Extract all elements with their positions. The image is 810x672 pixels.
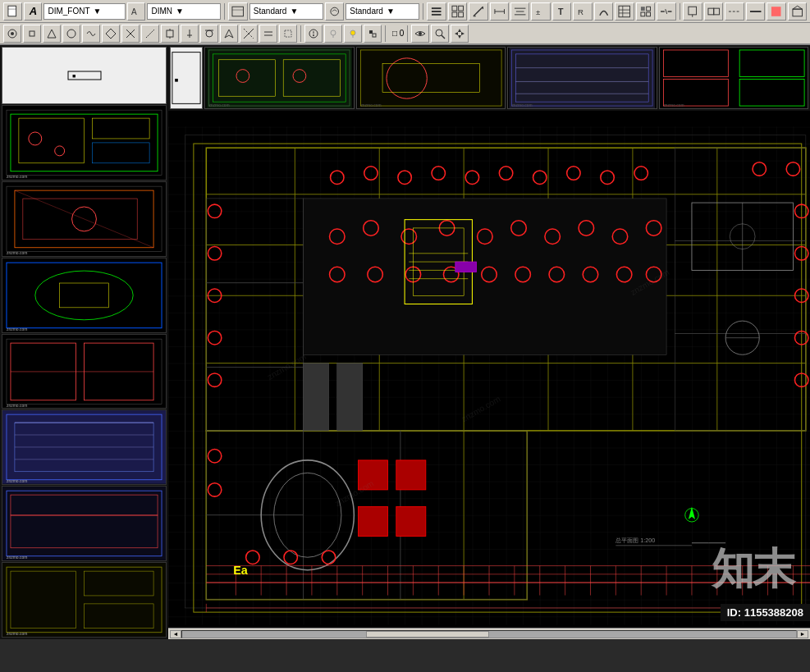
top-thumb-2[interactable]: znzmo.com (356, 47, 506, 109)
parallel-icon[interactable] (259, 25, 277, 43)
svg-rect-174 (304, 199, 666, 354)
svg-text:T: T (558, 6, 564, 16)
top-thumb-3[interactable]: znzmo.com (507, 47, 657, 109)
color-icon[interactable] (767, 2, 785, 21)
insert-icon[interactable] (683, 2, 702, 21)
box-snap-icon[interactable] (364, 25, 382, 43)
radius-icon[interactable]: R (573, 2, 592, 21)
svg-text:znzmo.com: znzmo.com (663, 103, 684, 107)
arc-icon[interactable] (594, 2, 613, 21)
left-thumb-2[interactable]: znzmo.com (2, 181, 167, 257)
standard1-dropdown[interactable]: Standard ▼ (249, 3, 323, 20)
quad-icon[interactable] (102, 25, 120, 43)
left-thumb-0[interactable]: ■ (2, 47, 167, 104)
svg-point-68 (313, 34, 314, 36)
break-icon[interactable] (657, 2, 675, 21)
toolbar-row2: □ 0 (0, 23, 810, 44)
dimension-icon[interactable] (490, 2, 509, 21)
insert2-icon[interactable] (161, 25, 179, 43)
svg-text:znzmo.com: znzmo.com (7, 403, 27, 407)
endpoint-icon[interactable] (23, 25, 41, 43)
top-thumb-4[interactable]: znzmo.com (659, 47, 809, 109)
svg-rect-39 (714, 8, 720, 15)
view-icon[interactable] (411, 25, 429, 43)
standard2-label: Standard (350, 7, 383, 16)
left-thumb-1[interactable]: znzmo.com (2, 105, 167, 181)
font-name-dropdown[interactable]: DIM_FONT ▼ (43, 3, 126, 20)
svg-rect-32 (646, 11, 650, 16)
scroll-left-btn[interactable]: ◄ (170, 630, 181, 638)
zoom-icon[interactable] (431, 25, 449, 43)
align-icon[interactable] (510, 2, 529, 21)
grid-icon[interactable] (448, 2, 467, 21)
scale-text: 总平面图 1:200 (615, 537, 655, 544)
font-size-icon[interactable]: A (127, 2, 145, 21)
left-thumb-3[interactable]: znzmo.com (2, 258, 167, 333)
left-thumb-7[interactable]: znzmo.com (2, 562, 167, 638)
tangent-icon[interactable] (200, 25, 218, 43)
svg-rect-73 (369, 30, 373, 34)
block-icon[interactable] (704, 2, 723, 21)
svg-text:znzmo.com: znzmo.com (7, 251, 27, 255)
svg-text:znzmo.com: znzmo.com (7, 175, 27, 179)
brand-overlay: 知末 (712, 541, 794, 598)
style-name-label: DIMN (151, 7, 172, 16)
standard-icon2[interactable] (325, 2, 344, 21)
scroll-thumb[interactable] (366, 631, 489, 638)
table-icon[interactable] (615, 2, 634, 21)
light-icon[interactable] (324, 25, 342, 43)
svg-marker-81 (461, 32, 464, 35)
svg-marker-78 (458, 29, 461, 32)
cad-area[interactable]: ■ znzmo.com (168, 45, 810, 639)
measure-icon[interactable] (469, 2, 487, 21)
svg-text:■: ■ (175, 76, 179, 84)
toolbar-sep1 (224, 3, 225, 20)
left-thumb-4[interactable]: znzmo.com (2, 334, 167, 409)
svg-text:Ea: Ea (233, 564, 249, 577)
node-icon[interactable] (82, 25, 100, 43)
svg-rect-140 (358, 48, 504, 108)
pan-icon[interactable] (451, 25, 469, 43)
snap-settings-icon[interactable] (304, 25, 323, 43)
midpoint-icon[interactable] (43, 25, 61, 43)
scroll-right-btn[interactable]: ► (797, 630, 808, 638)
plot-icon[interactable] (788, 2, 807, 21)
table2-icon[interactable] (636, 2, 655, 21)
left-thumb-5[interactable]: znzmo.com (2, 409, 167, 485)
toolbar-sep4 (300, 25, 301, 42)
text-icon[interactable]: T (552, 2, 571, 21)
svg-rect-264 (304, 363, 329, 431)
new-button[interactable] (3, 2, 22, 21)
perpendicular-icon[interactable] (181, 25, 199, 43)
snap-icon[interactable] (3, 25, 21, 43)
svg-rect-190 (396, 506, 426, 536)
lineweight-icon[interactable] (746, 2, 765, 21)
snap-off-icon[interactable] (279, 25, 297, 43)
standard2-dropdown[interactable]: Standard ▼ (346, 3, 419, 20)
font-a-icon: A (30, 5, 37, 17)
left-thumb-6[interactable]: znzmo.com (2, 486, 167, 561)
font-style-button[interactable]: A (24, 2, 42, 21)
standard-icon1[interactable] (228, 2, 247, 21)
horizontal-scrollbar[interactable]: ◄ ► (168, 628, 810, 639)
top-thumb-small[interactable]: ■ (170, 47, 203, 109)
center-icon[interactable] (62, 25, 80, 43)
nearest-icon[interactable] (220, 25, 238, 43)
intersect-icon[interactable] (121, 25, 140, 43)
svg-text:znzmo.com: znzmo.com (7, 327, 27, 331)
scroll-track[interactable] (181, 630, 797, 638)
apparent-icon[interactable] (240, 25, 258, 43)
style-name-dropdown[interactable]: DIMN ▼ (147, 3, 221, 20)
light2-icon[interactable] (344, 25, 362, 43)
svg-rect-47 (30, 31, 34, 36)
svg-rect-145 (509, 48, 655, 108)
linetype-icon[interactable] (725, 2, 744, 21)
standard1-arrow: ▼ (290, 7, 298, 16)
top-thumb-1[interactable]: znzmo.com (204, 47, 355, 109)
svg-rect-74 (373, 34, 376, 37)
svg-rect-265 (337, 363, 363, 431)
layers-icon[interactable] (427, 2, 446, 21)
svg-point-75 (419, 32, 422, 35)
extension-icon[interactable] (141, 25, 159, 43)
sym-icon[interactable]: ± (531, 2, 550, 21)
